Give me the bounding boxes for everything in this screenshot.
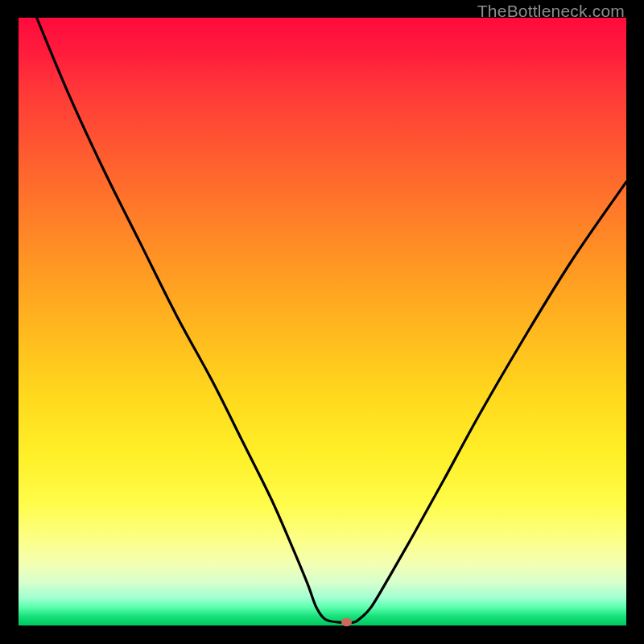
chart-plot-area bbox=[19, 18, 626, 625]
watermark-text: TheBottleneck.com bbox=[477, 2, 625, 21]
bottleneck-curve bbox=[19, 18, 626, 625]
chart-frame: TheBottleneck.com bbox=[0, 0, 644, 644]
optimal-point-marker bbox=[341, 618, 352, 626]
